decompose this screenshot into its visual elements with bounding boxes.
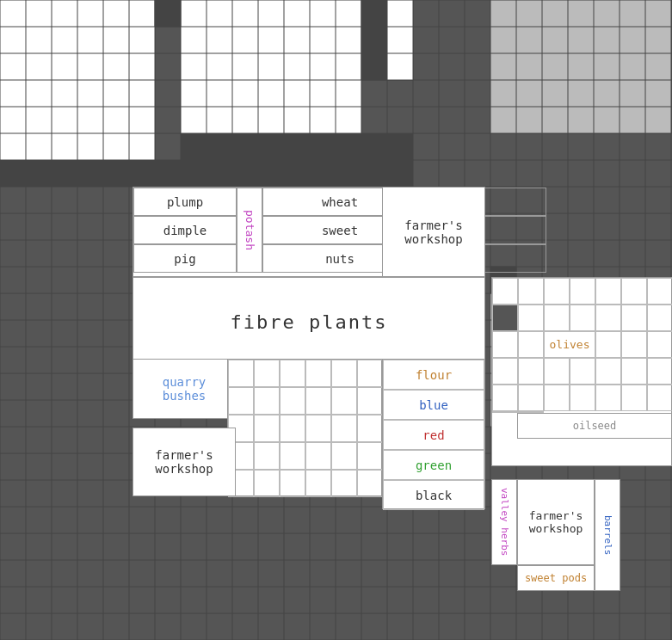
potash-cell: potash	[237, 188, 262, 273]
farmers-workshop-bot: farmer's workshop	[517, 479, 595, 565]
dimple-cell: dimple	[133, 216, 237, 244]
blue-cell: blue	[383, 390, 484, 420]
valley-herbs-panel: valley herbs	[491, 479, 517, 565]
green-cell: green	[383, 450, 484, 480]
fibre-plants-panel: fibre plants	[133, 277, 485, 367]
red-cell: red	[383, 420, 484, 450]
colors-panel: flour blue red green black	[382, 359, 485, 509]
barrels-panel: barrels	[595, 479, 620, 591]
potash-label: potash	[244, 210, 256, 250]
farmers-workshop-top: farmer's workshop	[382, 187, 485, 277]
oilseed-panel: oilseed	[517, 413, 672, 439]
flour-cell: flour	[383, 360, 484, 390]
empty-grid-mid	[227, 359, 382, 496]
farmers-workshop-mid: farmer's workshop	[133, 428, 236, 496]
black-cell: black	[383, 480, 484, 510]
sweet-pods-panel: sweet pods	[517, 565, 595, 591]
pig-cell: pig	[133, 244, 237, 273]
plump-cell: plump	[133, 188, 237, 216]
quarry-bushes-panel: quarry bushes	[133, 359, 236, 419]
